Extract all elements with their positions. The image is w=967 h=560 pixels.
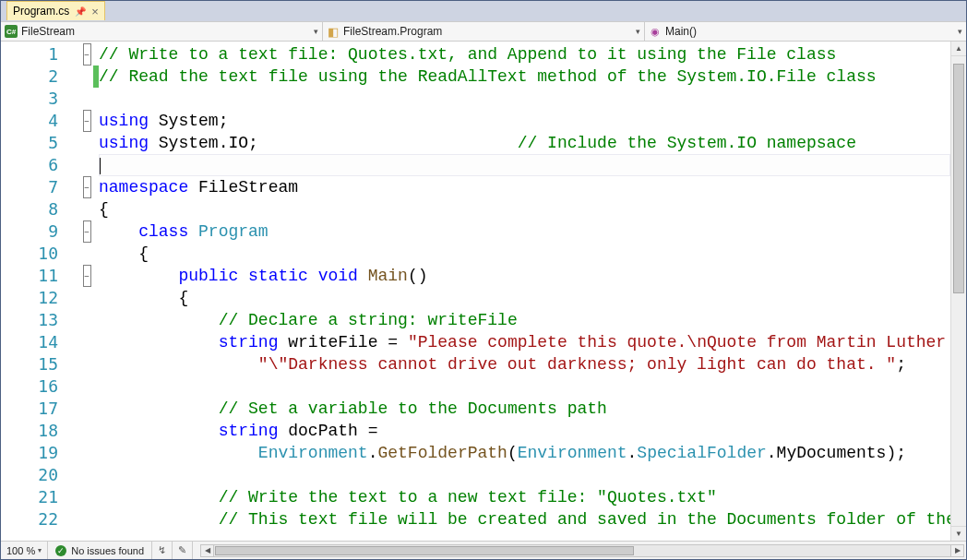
line-number: 17 — [1, 398, 58, 420]
code-line[interactable]: "\"Darkness cannot drive out darkness; o… — [99, 353, 950, 375]
chevron-down-icon: ▾ — [636, 27, 640, 36]
code-line[interactable] — [99, 464, 950, 486]
fold-toggle-icon[interactable]: − — [83, 220, 91, 243]
code-line[interactable] — [99, 375, 950, 398]
line-number: 8 — [1, 198, 58, 220]
scroll-down-arrow-icon[interactable]: ▼ — [951, 526, 966, 541]
line-number-gutter: 12345678910111213141516171819202122 — [1, 42, 80, 541]
line-number: 1 — [1, 43, 58, 66]
line-number: 16 — [1, 375, 58, 398]
code-editor[interactable]: 12345678910111213141516171819202122 −−−−… — [1, 42, 966, 541]
fold-toggle-icon[interactable]: − — [83, 176, 91, 198]
code-line[interactable]: public static void Main() — [99, 265, 950, 287]
tool-button[interactable]: ↯ — [152, 542, 173, 559]
line-number: 6 — [1, 154, 58, 176]
file-tab-program[interactable]: Program.cs 📌 × — [6, 1, 105, 20]
code-content[interactable]: // Write to a text file: Quotes.txt, and… — [99, 42, 950, 541]
code-line[interactable] — [99, 154, 950, 176]
tool-button[interactable]: ✎ — [173, 542, 193, 559]
nav-class-label: FileStream.Program — [343, 25, 442, 38]
nav-project-label: FileStream — [21, 25, 75, 38]
code-line[interactable]: // Declare a string: writeFile — [99, 309, 950, 331]
line-number: 21 — [1, 486, 58, 508]
line-number: 19 — [1, 442, 58, 464]
line-number: 15 — [1, 353, 58, 375]
nav-method-combo[interactable]: ◉ Main() ▾ — [645, 22, 966, 41]
code-line[interactable]: // Write the text to a new text file: "Q… — [99, 486, 950, 508]
code-line[interactable]: string writeFile = "Please complete this… — [99, 331, 950, 353]
nav-method-label: Main() — [665, 25, 697, 38]
fold-toggle-icon[interactable]: − — [83, 110, 91, 132]
scroll-left-arrow-icon[interactable]: ◀ — [201, 545, 214, 556]
nav-project-combo[interactable]: C# FileStream ▾ — [1, 22, 323, 41]
horizontal-scrollbar[interactable]: ◀ ▶ — [200, 544, 964, 557]
class-icon: ◧ — [327, 25, 340, 38]
code-line[interactable]: class Program — [99, 220, 950, 243]
scroll-up-arrow-icon[interactable]: ▲ — [951, 42, 966, 56]
line-number: 13 — [1, 309, 58, 331]
line-number: 10 — [1, 243, 58, 265]
line-number: 20 — [1, 464, 58, 486]
code-line[interactable]: Environment.GetFolderPath(Environment.Sp… — [99, 442, 950, 464]
issues-text: No issues found — [71, 545, 144, 556]
csharp-project-icon: C# — [5, 25, 18, 38]
code-line[interactable]: string docPath = — [99, 420, 950, 442]
code-line[interactable]: // Write to a text file: Quotes.txt, and… — [99, 43, 950, 66]
file-tab-label: Program.cs — [13, 5, 69, 18]
chevron-down-icon: ▾ — [314, 27, 318, 36]
navigation-bar: C# FileStream ▾ ◧ FileStream.Program ▾ ◉… — [1, 21, 966, 42]
line-number: 7 — [1, 176, 58, 198]
zoom-control[interactable]: 100 % ▾ — [1, 542, 48, 559]
tab-strip: Program.cs 📌 × — [1, 1, 966, 21]
line-number: 22 — [1, 508, 58, 530]
line-number: 3 — [1, 88, 58, 110]
code-line[interactable]: // Read the text file using the ReadAllT… — [99, 66, 950, 88]
line-number: 11 — [1, 265, 58, 287]
fold-toggle-icon[interactable]: − — [83, 265, 91, 287]
scroll-thumb[interactable] — [953, 64, 964, 293]
code-line[interactable]: using System; — [99, 110, 950, 132]
zoom-label: 100 % — [6, 545, 35, 556]
nav-class-combo[interactable]: ◧ FileStream.Program ▾ — [323, 22, 645, 41]
code-line[interactable]: namespace FileStream — [99, 176, 950, 198]
fold-toggle-icon[interactable]: − — [83, 43, 91, 66]
line-number: 14 — [1, 331, 58, 353]
line-number: 18 — [1, 420, 58, 442]
line-number: 2 — [1, 66, 58, 88]
scroll-thumb[interactable] — [215, 546, 634, 555]
code-line[interactable]: { — [99, 243, 950, 265]
chevron-down-icon: ▾ — [958, 27, 962, 36]
code-line[interactable]: { — [99, 198, 950, 220]
code-line[interactable]: // Set a variable to the Documents path — [99, 398, 950, 420]
status-bar: 100 % ▾ ✓ No issues found ↯ ✎ ◀ ▶ — [1, 541, 966, 559]
issues-indicator[interactable]: ✓ No issues found — [48, 542, 152, 559]
scroll-right-arrow-icon[interactable]: ▶ — [950, 545, 963, 556]
line-number: 12 — [1, 287, 58, 309]
code-line[interactable]: using System.IO; // Include the System.I… — [99, 132, 950, 154]
vertical-scrollbar[interactable]: ▲ ▼ — [950, 42, 966, 541]
fold-column[interactable]: −−−−− — [80, 42, 93, 541]
code-line[interactable] — [99, 88, 950, 110]
ok-check-icon: ✓ — [55, 545, 66, 556]
code-line[interactable]: { — [99, 287, 950, 309]
chevron-down-icon: ▾ — [38, 546, 42, 554]
pin-icon[interactable]: 📌 — [75, 6, 86, 17]
method-icon: ◉ — [649, 25, 662, 38]
code-line[interactable]: // This text file will be created and sa… — [99, 508, 950, 530]
close-icon[interactable]: × — [91, 6, 99, 18]
line-number: 4 — [1, 110, 58, 132]
line-number: 5 — [1, 132, 58, 154]
line-number: 9 — [1, 220, 58, 243]
